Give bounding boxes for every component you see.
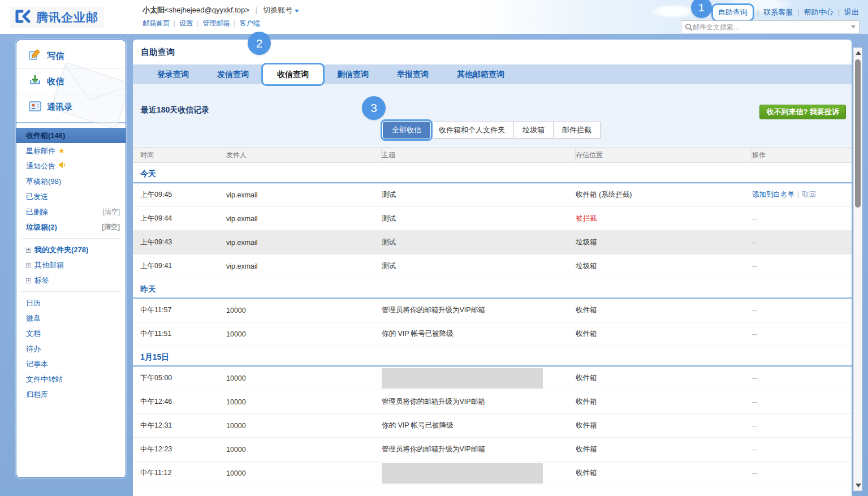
sidebar-tree-0[interactable]: 我的文件夹(278) — [16, 242, 126, 257]
scrollbar-thumb[interactable] — [855, 59, 861, 208]
scroll-down-icon[interactable] — [856, 484, 861, 488]
tab-1[interactable]: 发信查询 — [203, 64, 263, 84]
cell-subject: 你的 VIP 帐号已被降级 — [382, 329, 576, 339]
tab-4[interactable]: 举报查询 — [383, 64, 443, 84]
location-text: 收件箱 — [576, 306, 597, 314]
header-nav-links: 邮箱首页设置管理邮箱客户端 — [142, 19, 299, 28]
table-row: 上午09:41vip.exmail测试垃圾箱-- — [133, 255, 852, 278]
divider — [21, 291, 121, 292]
sidebar-folder-2[interactable]: 通知公告 — [16, 158, 126, 174]
folder-label: 星标邮件 — [26, 146, 55, 155]
compose-item-1[interactable]: 收信 — [16, 69, 126, 94]
search-input[interactable] — [693, 23, 848, 31]
subject-text: 你的 VIP 帐号已被降级 — [382, 421, 454, 429]
tab-bar: 登录查询发信查询收信查询删信查询举报查询其他邮箱查询 — [133, 64, 852, 84]
filter-button-0[interactable]: 全部收信 — [383, 122, 430, 139]
group-header: 今天 — [133, 163, 852, 183]
cell-sender: 10000 — [226, 374, 382, 382]
filter-button-2[interactable]: 垃圾箱 — [513, 122, 554, 139]
top-link-3[interactable]: 退出 — [834, 7, 859, 18]
tab-3[interactable]: 删信查询 — [323, 64, 383, 84]
table-row: 中午11:5710000管理员将你的邮箱升级为VIP邮箱收件箱-- — [133, 299, 852, 322]
sidebar-tool-6[interactable]: 归档库 — [16, 387, 126, 402]
divider: | — [797, 191, 799, 199]
content-top: 最近180天收信记录 收不到来信? 我要投诉 全部收信收件箱和个人文件夹垃圾箱邮… — [133, 84, 852, 146]
tab-5[interactable]: 其他邮箱查询 — [443, 64, 519, 84]
tools-list: 日历微盘文档待办记事本文件中转站归档库 — [16, 295, 126, 402]
sidebar-tool-5[interactable]: 文件中转站 — [16, 372, 126, 387]
compose-item-0[interactable]: 写信 — [16, 44, 126, 69]
vertical-scrollbar[interactable] — [853, 48, 862, 491]
divider — [21, 238, 121, 239]
cell-location: 垃圾箱 — [576, 238, 752, 247]
compose-label: 写信 — [47, 51, 64, 62]
sidebar-folder-6[interactable]: 垃圾箱(2)[清空] — [16, 219, 126, 235]
scroll-up-icon[interactable] — [856, 51, 861, 55]
expand-icon[interactable] — [26, 278, 31, 283]
nav-link-3[interactable]: 客户端 — [230, 19, 260, 27]
recall-link[interactable]: 取回 — [802, 191, 816, 199]
tree-label: 我的文件夹(278) — [34, 245, 88, 254]
empty-folder-link[interactable]: [清空] — [102, 219, 120, 235]
cell-time: 中午12:31 — [133, 421, 226, 430]
location-text: 被拦截 — [576, 214, 597, 222]
location-text: 收件箱 (系统拦截) — [576, 191, 632, 199]
search-dropdown-icon[interactable] — [851, 25, 856, 28]
sidebar-tree-2[interactable]: 标签 — [16, 273, 126, 288]
sidebar-folder-5[interactable]: 已删除[清空] — [16, 204, 126, 219]
location-text: 收件箱 — [576, 421, 597, 429]
nav-link-1[interactable]: 设置 — [170, 19, 193, 27]
cell-sender: 10000 — [226, 469, 382, 477]
column-header-2: 主题 — [382, 149, 576, 161]
empty-folder-link[interactable]: [清空] — [102, 204, 120, 219]
divider: | — [255, 6, 257, 14]
sidebar-folder-3[interactable]: 草稿箱(98) — [16, 174, 126, 189]
sidebar-tool-0[interactable]: 日历 — [16, 295, 126, 310]
search-icon — [685, 23, 693, 31]
no-action-dash: -- — [752, 422, 757, 430]
tab-0[interactable]: 登录查询 — [143, 64, 203, 84]
app-header: 腾讯企业邮 小太阳<shejhejeed@qyyxkf.top> | 切换账号 … — [0, 0, 868, 34]
sidebar-folder-1[interactable]: 星标邮件★ — [16, 143, 126, 158]
add-whitelist-link[interactable]: 添加到白名单 — [752, 191, 794, 199]
column-header-3: 存信位置 — [576, 149, 752, 161]
sidebar-tool-1[interactable]: 微盘 — [16, 310, 126, 326]
cell-actions: -- — [752, 398, 852, 406]
sidebar-folder-0[interactable]: 收件箱(146) — [16, 128, 126, 143]
compose-label: 通讯录 — [47, 102, 72, 113]
compose-item-2[interactable]: 通讯录 — [16, 94, 126, 120]
nav-link-0[interactable]: 邮箱首页 — [142, 19, 170, 27]
cell-actions: -- — [752, 239, 852, 247]
expand-icon[interactable] — [26, 248, 31, 253]
complaint-button[interactable]: 收不到来信? 我要投诉 — [759, 105, 846, 119]
top-link-0[interactable]: 自助查询 — [713, 5, 753, 20]
filter-button-3[interactable]: 邮件拦截 — [553, 122, 601, 139]
compose-label: 收信 — [47, 76, 64, 87]
cell-time: 上午09:43 — [133, 238, 226, 247]
expand-icon[interactable] — [26, 263, 31, 268]
cell-location: 收件箱 (系统拦截) — [576, 190, 752, 200]
sidebar-tree-1[interactable]: 其他邮箱 — [16, 257, 126, 273]
cell-location: 垃圾箱 — [576, 261, 752, 271]
sidebar-tool-2[interactable]: 文档 — [16, 326, 126, 341]
sidebar-tool-4[interactable]: 记事本 — [16, 356, 126, 372]
user-info: 小太阳<shejhejeed@qyyxkf.top> | 切换账号 — [142, 5, 299, 15]
subject-text: 管理员将你的邮箱升级为VIP邮箱 — [382, 306, 485, 314]
group-header: 1月15日 — [133, 346, 852, 366]
sidebar-folder-4[interactable]: 已发送 — [16, 189, 126, 204]
nav-link-2[interactable]: 管理邮箱 — [193, 19, 230, 27]
top-link-1[interactable]: 联系客服 — [753, 7, 793, 18]
cell-subject: 管理员将你的邮箱升级为VIP邮箱 — [382, 305, 576, 315]
cell-time: 下午05:00 — [133, 373, 226, 383]
tree-label: 其他邮箱 — [34, 261, 64, 269]
tab-2[interactable]: 收信查询 — [263, 64, 323, 84]
switch-account-link[interactable]: 切换账号 — [263, 6, 292, 14]
table-row: 上午09:45vip.exmail测试收件箱 (系统拦截)添加到白名单|取回 — [133, 183, 852, 207]
top-link-2[interactable]: 帮助中心 — [793, 7, 833, 18]
tree-list: 我的文件夹(278)其他邮箱标签 — [16, 242, 126, 288]
filter-button-1[interactable]: 收件箱和个人文件夹 — [430, 122, 514, 139]
table-row: 下午05:0010000收件箱-- — [133, 366, 852, 390]
cell-subject: 测试 — [382, 238, 576, 247]
sidebar-tool-3[interactable]: 待办 — [16, 341, 126, 356]
cell-actions: -- — [752, 446, 852, 454]
